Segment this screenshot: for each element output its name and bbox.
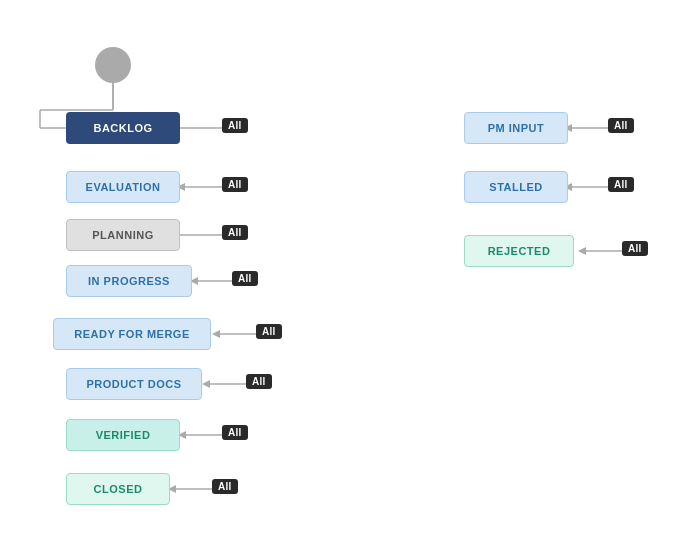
node-backlog-label: BACKLOG [93, 122, 152, 134]
node-product-docs-label: PRODUCT DOCS [86, 378, 181, 390]
badge-verified: All [222, 425, 248, 440]
badge-pm-input: All [608, 118, 634, 133]
start-circle [95, 47, 131, 83]
node-planning-label: PLANNING [92, 229, 153, 241]
node-pm-input-label: PM INPUT [488, 122, 545, 134]
node-verified-label: VERIFIED [96, 429, 151, 441]
badge-backlog: All [222, 118, 248, 133]
badge-ready-for-merge: All [256, 324, 282, 339]
badge-in-progress: All [232, 271, 258, 286]
node-closed[interactable]: CLOSED [66, 473, 170, 505]
svg-marker-14 [202, 380, 210, 388]
badge-closed: All [212, 479, 238, 494]
node-backlog[interactable]: BACKLOG [66, 112, 180, 144]
svg-marker-24 [578, 247, 586, 255]
node-rejected[interactable]: REJECTED [464, 235, 574, 267]
node-evaluation-label: EVALUATION [86, 181, 161, 193]
node-closed-label: CLOSED [94, 483, 143, 495]
node-product-docs[interactable]: PRODUCT DOCS [66, 368, 202, 400]
node-stalled[interactable]: STALLED [464, 171, 568, 203]
badge-stalled: All [608, 177, 634, 192]
node-stalled-label: STALLED [489, 181, 542, 193]
node-in-progress[interactable]: IN PROGRESS [66, 265, 192, 297]
diagram-container: BACKLOG All EVALUATION All PLANNING All … [0, 0, 690, 538]
node-planning[interactable]: PLANNING [66, 219, 180, 251]
node-rejected-label: REJECTED [488, 245, 551, 257]
badge-planning: All [222, 225, 248, 240]
svg-marker-12 [212, 330, 220, 338]
node-evaluation[interactable]: EVALUATION [66, 171, 180, 203]
node-in-progress-label: IN PROGRESS [88, 275, 170, 287]
badge-evaluation: All [222, 177, 248, 192]
badge-rejected: All [622, 241, 648, 256]
node-verified[interactable]: VERIFIED [66, 419, 180, 451]
node-ready-for-merge[interactable]: READY FOR MERGE [53, 318, 211, 350]
node-pm-input[interactable]: PM INPUT [464, 112, 568, 144]
badge-product-docs: All [246, 374, 272, 389]
node-ready-for-merge-label: READY FOR MERGE [74, 328, 189, 340]
